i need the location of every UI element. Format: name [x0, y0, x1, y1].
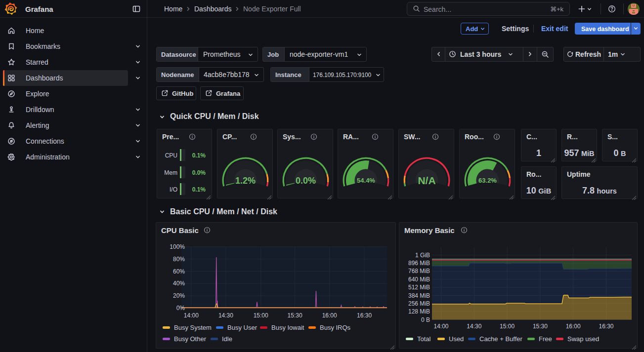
svg-text:54.4%: 54.4%	[357, 177, 375, 184]
svg-text:0.0%: 0.0%	[296, 176, 316, 186]
svg-text:1.2%: 1.2%	[235, 176, 256, 186]
svg-text:63.2%: 63.2%	[478, 177, 497, 184]
svg-text:N/A: N/A	[418, 175, 435, 186]
